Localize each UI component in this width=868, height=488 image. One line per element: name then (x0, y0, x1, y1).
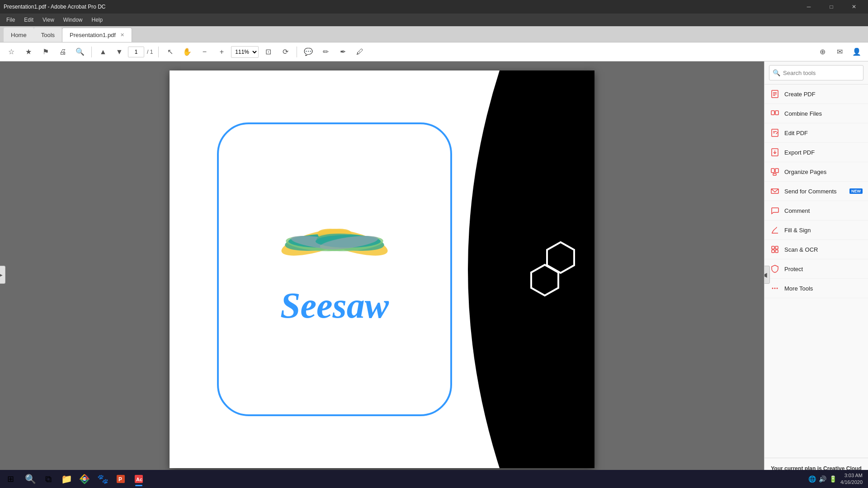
tool-organize-pages[interactable]: Organize Pages (764, 162, 868, 182)
share-button[interactable]: ⊕ (815, 44, 830, 60)
comment-icon (770, 206, 780, 216)
tool-create-pdf[interactable]: Create PDF (764, 84, 868, 104)
taskbar-file-explorer[interactable]: 📁 (58, 471, 75, 487)
minimize-button[interactable]: ─ (798, 0, 819, 14)
taskbar-powerpoint[interactable]: P (112, 471, 129, 487)
tab-file[interactable]: Presentation1.pdf ✕ (62, 28, 132, 42)
tab-tools[interactable]: Tools (34, 28, 62, 42)
volume-icon[interactable]: 🔊 (819, 475, 826, 483)
comment-tool[interactable]: 💬 (301, 44, 316, 60)
menu-window[interactable]: Window (59, 14, 87, 26)
app-title: Presentation1.pdf - Adobe Acrobat Pro DC (4, 4, 105, 10)
taskbar-chrome[interactable] (76, 471, 93, 487)
export-pdf-icon (770, 147, 780, 157)
system-tray-icons: 🌐 🔊 🔋 (808, 475, 837, 483)
tool-scan-ocr[interactable]: Scan & OCR (764, 240, 868, 259)
network-icon[interactable]: 🌐 (808, 475, 816, 483)
svg-rect-27 (773, 174, 776, 175)
highlight-tool[interactable]: ✏ (318, 44, 333, 60)
svg-rect-32 (772, 250, 774, 253)
search-icon: 🔍 (773, 69, 780, 76)
search-tools-section: 🔍 (764, 61, 868, 84)
page-input[interactable] (128, 47, 144, 57)
toolbar-separator-3 (297, 47, 297, 57)
edit-pdf-icon (770, 128, 780, 138)
svg-rect-25 (771, 169, 774, 173)
organize-pages-icon (770, 167, 780, 177)
close-button[interactable]: ✕ (844, 0, 864, 14)
maximize-button[interactable]: □ (821, 0, 842, 14)
rotate-button[interactable]: ⟳ (278, 44, 293, 60)
svg-rect-31 (775, 246, 778, 249)
svg-rect-33 (775, 250, 778, 253)
taskbar-task-view[interactable]: ⧉ (40, 471, 57, 487)
zoom-out-button[interactable]: − (197, 44, 212, 60)
more-tools-label: More Tools (784, 285, 863, 292)
tab-tools-label: Tools (41, 32, 55, 38)
start-button[interactable]: ⊞ (2, 471, 19, 487)
tool-comment[interactable]: Comment (764, 201, 868, 221)
search-tools-input[interactable] (769, 65, 863, 80)
more-tools-icon (770, 283, 780, 293)
hand-tool[interactable]: ✋ (179, 44, 195, 60)
expand-panel-button[interactable]: ◀ (764, 266, 770, 284)
hexagons-svg (511, 233, 583, 305)
tool-fill-sign[interactable]: Fill & Sign (764, 221, 868, 240)
tool-edit-pdf[interactable]: Edit PDF (764, 123, 868, 143)
tool-more-tools[interactable]: More Tools (764, 279, 868, 298)
scan-ocr-label: Scan & OCR (784, 246, 863, 253)
menu-bar: File Edit View Window Help (0, 14, 868, 26)
toolbar-separator-2 (158, 47, 159, 57)
select-tool[interactable]: ↖ (162, 44, 178, 60)
menu-edit[interactable]: Edit (19, 14, 38, 26)
menu-file[interactable]: File (2, 14, 19, 26)
tab-bar: Home Tools Presentation1.pdf ✕ (0, 26, 868, 42)
menu-view[interactable]: View (38, 14, 59, 26)
new-badge: NEW (849, 188, 863, 194)
send-for-comments-label: Send for Comments (784, 188, 843, 195)
fit-page-button[interactable]: ⊡ (260, 44, 276, 60)
tool-combine-files[interactable]: Combine Files (764, 104, 868, 123)
find-button[interactable]: 🔍 (72, 44, 88, 60)
tab-file-label: Presentation1.pdf (70, 32, 116, 38)
account-button[interactable]: 👤 (849, 44, 864, 60)
collapse-panel-button[interactable]: ▶ (0, 266, 5, 284)
main-area: Seesaw ▶ ◀ (0, 61, 868, 488)
search-tools-wrapper: 🔍 (769, 65, 863, 80)
zoom-select[interactable]: 111% 100% 75% 50% 125% 150% 200% (231, 46, 259, 58)
menu-help[interactable]: Help (87, 14, 108, 26)
tab-home-label: Home (11, 32, 27, 38)
prev-page-button[interactable]: ▲ (95, 44, 111, 60)
tab-home[interactable]: Home (4, 28, 34, 42)
taskbar-search[interactable]: 🔍 (22, 471, 39, 487)
bookmark-button[interactable]: ★ (21, 44, 36, 60)
battery-icon[interactable]: 🔋 (829, 475, 837, 483)
combine-files-icon (770, 108, 780, 118)
email-button[interactable]: ✉ (832, 44, 847, 60)
draw-tool[interactable]: ✒ (335, 44, 350, 60)
tool-send-for-comments[interactable]: Send for Comments NEW (764, 182, 868, 201)
stamp-tool[interactable]: 🖊 (352, 44, 368, 60)
pdf-viewer[interactable]: Seesaw ▶ (0, 61, 764, 488)
seesaw-brand-text: Seesaw (280, 285, 389, 326)
add-button[interactable]: ☆ (4, 44, 19, 60)
page-total: / 1 (147, 49, 153, 55)
zoom-in-button[interactable]: + (214, 44, 229, 60)
next-page-button[interactable]: ▼ (112, 44, 127, 60)
svg-point-34 (772, 288, 774, 289)
tool-protect[interactable]: Protect (764, 259, 868, 279)
scan-ocr-icon (770, 244, 780, 254)
send-for-comments-icon (770, 186, 780, 196)
svg-text:Ac: Ac (136, 477, 142, 482)
system-clock[interactable]: 3:03 AM 4/16/2020 (840, 472, 863, 486)
taskbar-app2[interactable]: 🐾 (94, 471, 111, 487)
toolbar: ☆ ★ ⚑ 🖨 🔍 ▲ ▼ / 1 ↖ ✋ − + 111% 100% 75% … (0, 42, 868, 61)
comment-label: Comment (784, 207, 863, 214)
print-button[interactable]: 🖨 (55, 44, 71, 60)
tool-export-pdf[interactable]: Export PDF (764, 143, 868, 162)
svg-rect-17 (775, 111, 778, 115)
tab-close-button[interactable]: ✕ (120, 32, 124, 38)
title-bar: Presentation1.pdf - Adobe Acrobat Pro DC… (0, 0, 868, 14)
attach-button[interactable]: ⚑ (38, 44, 53, 60)
taskbar-acrobat[interactable]: Ac (130, 471, 147, 487)
